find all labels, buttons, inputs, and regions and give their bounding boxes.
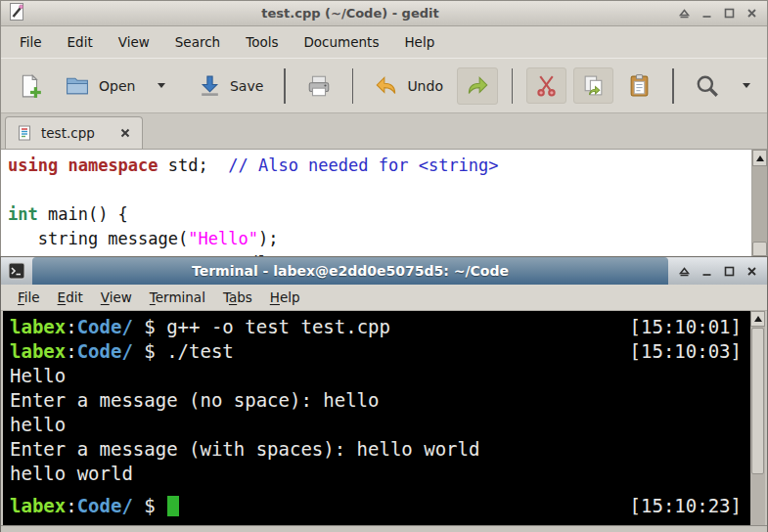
open-button[interactable]: Open: [57, 68, 172, 103]
menu-file[interactable]: File: [7, 34, 55, 50]
scrollbar-trough[interactable]: [752, 166, 767, 256]
terminal-line: Enter a message (with spaces): hello wor…: [10, 437, 745, 462]
menu-help[interactable]: Help: [391, 34, 447, 50]
window-title: Terminal - labex@e2dd0e5075d5: ~/Code: [192, 263, 509, 279]
terminal-line: labex:Code/ $ [15:10:23]: [10, 494, 745, 518]
tab-test-cpp[interactable]: test.cpp: [5, 116, 143, 149]
undo-label: Undo: [407, 78, 443, 94]
menu-help[interactable]: Help: [261, 289, 309, 305]
menu-edit[interactable]: Edit: [49, 289, 92, 305]
gedit-titlebar[interactable]: test.cpp (~/Code) - gedit: [1, 1, 767, 26]
terminal-menubar: FileEditViewTerminalTabsHelp: [1, 285, 767, 311]
titlebar-gradient[interactable]: Terminal - labex@e2dd0e5075d5: ~/Code: [32, 257, 668, 285]
menu-view[interactable]: View: [92, 289, 141, 305]
arrow-up-icon: [756, 155, 764, 161]
close-button[interactable]: [744, 263, 759, 279]
undo-icon: [374, 73, 399, 99]
terminal-line: Enter a message (no space): hello: [10, 388, 745, 413]
toolbar-separator: [352, 68, 354, 104]
toolbar-separator: [672, 68, 674, 104]
undo-button[interactable]: Undo: [367, 68, 450, 104]
open-label: Open: [99, 78, 135, 94]
toolbar-separator: [512, 68, 514, 104]
code-line: [8, 178, 751, 202]
terminal-line: hello: [10, 413, 745, 437]
redo-icon: [465, 73, 490, 99]
save-button[interactable]: Save: [191, 68, 270, 103]
paste-button[interactable]: [620, 68, 658, 103]
menu-file[interactable]: File: [9, 289, 49, 305]
code-line: int main() {: [8, 202, 751, 227]
copy-icon: [581, 73, 606, 98]
menu-documents[interactable]: Documents: [291, 34, 391, 50]
code-line: using namespace std; // Also needed for …: [8, 154, 751, 178]
terminal-line: labex:Code/ $ g++ -o test test.cpp[15:10…: [10, 315, 745, 339]
new-document-icon: [18, 73, 43, 99]
gedit-toolbar: Open Save Undo: [1, 58, 767, 113]
save-icon: [198, 73, 222, 98]
paste-icon: [627, 73, 652, 98]
toolbar-separator: [284, 68, 286, 104]
terminal-cursor: [167, 496, 179, 516]
timestamp: [15:10:23]: [630, 494, 745, 518]
scrollbar-trough[interactable]: [750, 327, 765, 525]
menu-search[interactable]: Search: [162, 34, 233, 50]
redo-button[interactable]: [457, 67, 498, 105]
maximize-button[interactable]: [721, 6, 737, 22]
code-line: string message("Hello");: [8, 227, 751, 251]
gedit-scrollbar[interactable]: [751, 150, 767, 256]
code-editor[interactable]: using namespace std; // Also needed for …: [1, 150, 751, 256]
terminal-bottom-border: [1, 525, 767, 532]
arrow-up-icon: [754, 316, 762, 322]
open-dropdown-icon[interactable]: [158, 83, 165, 88]
print-button[interactable]: [299, 68, 339, 104]
scroll-up-button[interactable]: [750, 311, 765, 327]
cut-icon: [534, 73, 559, 98]
gedit-menubar: FileEditViewSearchToolsDocumentsHelp: [1, 26, 767, 58]
window-title: test.cpp (~/Code) - gedit: [32, 6, 668, 21]
shade-button[interactable]: [676, 263, 692, 279]
menu-view[interactable]: View: [106, 34, 162, 50]
maximize-button[interactable]: [721, 263, 737, 279]
gedit-tabbar: test.cpp: [1, 113, 767, 150]
shade-button[interactable]: [676, 6, 692, 22]
tab-label: test.cpp: [41, 125, 95, 141]
terminal-body: labex:Code/ $ g++ -o test test.cpp[15:10…: [1, 311, 767, 525]
gedit-code-area: using namespace std; // Also needed for …: [1, 150, 767, 256]
print-icon: [306, 73, 332, 99]
scrollbar-thumb[interactable]: [751, 328, 764, 474]
minimize-button[interactable]: [699, 6, 714, 22]
terminal-scrollbar[interactable]: [750, 311, 765, 525]
close-icon: [119, 127, 131, 139]
folder-open-icon: [64, 73, 91, 98]
menu-tools[interactable]: Tools: [233, 34, 291, 50]
menu-tabs[interactable]: Tabs: [214, 289, 261, 305]
find-dropdown-icon[interactable]: [743, 83, 750, 88]
tab-close-button[interactable]: [119, 127, 131, 139]
timestamp: [15:10:03]: [630, 339, 745, 364]
terminal-line: hello world: [10, 462, 745, 486]
close-button[interactable]: [744, 6, 759, 22]
find-button[interactable]: [688, 68, 757, 104]
terminal-line: Hello: [10, 364, 745, 388]
terminal-titlebar[interactable]: Terminal - labex@e2dd0e5075d5: ~/Code: [1, 257, 767, 285]
minimize-button[interactable]: [699, 263, 714, 279]
search-icon: [695, 73, 720, 99]
gedit-window: test.cpp (~/Code) - gedit FileEditViewSe…: [0, 0, 768, 256]
copy-button[interactable]: [573, 67, 613, 104]
scrollbar-thumb[interactable]: [752, 242, 767, 256]
terminal-window: Terminal - labex@e2dd0e5075d5: ~/Code Fi…: [0, 256, 768, 532]
menu-edit[interactable]: Edit: [55, 34, 106, 50]
terminal-screen[interactable]: labex:Code/ $ g++ -o test test.cpp[15:10…: [3, 311, 750, 525]
menu-terminal[interactable]: Terminal: [141, 289, 214, 305]
timestamp: [15:10:01]: [630, 315, 745, 339]
scroll-up-button[interactable]: [752, 150, 767, 166]
text-document-icon: [17, 125, 32, 141]
cut-button[interactable]: [526, 67, 566, 104]
terminal-line: labex:Code/ $ ./test[15:10:03]: [10, 339, 745, 364]
new-document-button[interactable]: [11, 68, 50, 104]
gedit-pencil-document-icon: [1, 2, 32, 25]
terminal-prompt-icon: [1, 257, 32, 285]
save-label: Save: [230, 78, 263, 94]
